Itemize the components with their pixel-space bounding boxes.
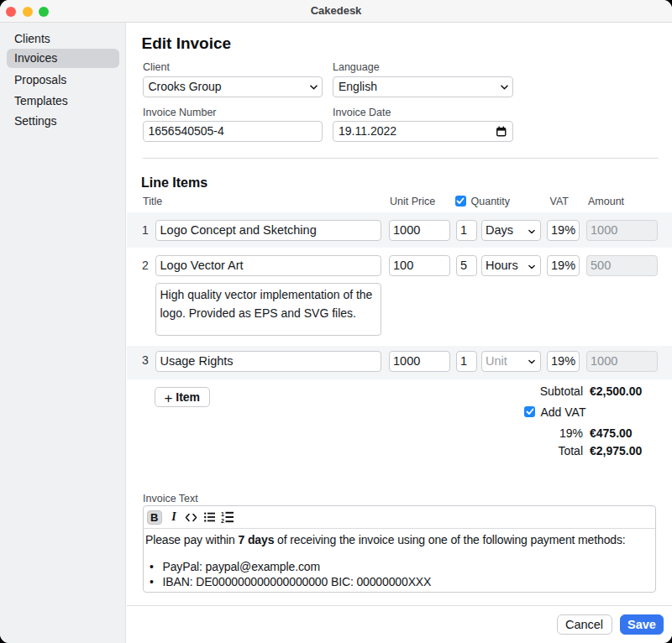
svg-text:1: 1	[221, 511, 224, 517]
svg-text:2: 2	[221, 518, 224, 524]
